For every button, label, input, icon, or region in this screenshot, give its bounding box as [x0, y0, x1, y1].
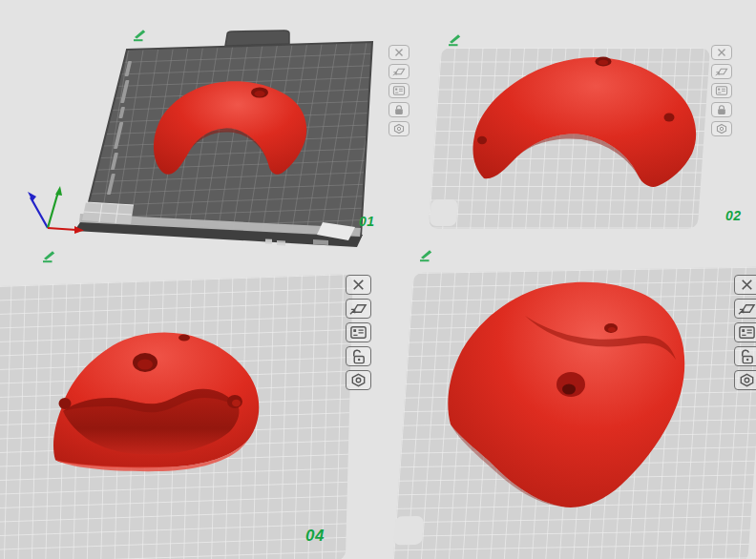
- model-crescent-hold[interactable]: [48, 329, 267, 472]
- z-axis-blue: [31, 197, 48, 228]
- close-icon[interactable]: [388, 45, 410, 60]
- viewport-label: 02: [725, 208, 742, 223]
- object-settings-icon[interactable]: [734, 322, 756, 342]
- viewport-label: 01: [359, 214, 375, 229]
- plate-origin-cells: [82, 202, 134, 224]
- plate-front-logo: [265, 222, 355, 246]
- lock-icon[interactable]: [388, 102, 410, 117]
- model-arch-hold-02[interactable]: [463, 52, 706, 191]
- plate-front-lip: [74, 219, 363, 247]
- mirror-icon[interactable]: [346, 299, 371, 319]
- x-axis-red: [48, 228, 76, 230]
- plate-origin-corner: [430, 199, 458, 226]
- close-icon[interactable]: [346, 275, 371, 295]
- screw-hole: [178, 335, 190, 342]
- viewport-toolbar: [734, 275, 756, 390]
- axes-widget: [21, 184, 92, 238]
- lock-icon[interactable]: [734, 346, 756, 366]
- lock-icon[interactable]: [711, 102, 732, 117]
- mirror-icon[interactable]: [711, 64, 732, 79]
- plate-branding-marks: [97, 61, 141, 195]
- model-arch-hold-01[interactable]: [151, 76, 313, 181]
- y-axis-green: [48, 192, 58, 228]
- nut-icon[interactable]: [346, 370, 371, 390]
- plate-origin-corner: [393, 516, 424, 546]
- close-icon[interactable]: [734, 275, 756, 295]
- screw-hole: [664, 114, 675, 122]
- object-settings-icon[interactable]: [711, 83, 732, 98]
- plate-ruler-strip: [79, 214, 361, 237]
- screw-hole: [59, 398, 72, 409]
- viewport-toolbar: [346, 275, 371, 390]
- object-settings-icon[interactable]: [388, 83, 410, 98]
- viewport-toolbar: [388, 45, 410, 136]
- bolt-hole: [562, 384, 576, 395]
- model-boulder-hold[interactable]: [441, 280, 713, 518]
- slicer-grid-page: 01: [0, 0, 756, 559]
- nut-icon[interactable]: [734, 370, 756, 390]
- nut-icon[interactable]: [711, 121, 732, 136]
- viewport-toolbar: [711, 45, 732, 136]
- close-icon[interactable]: [711, 45, 732, 60]
- mirror-icon[interactable]: [734, 299, 756, 319]
- pencil-edit-icon[interactable]: [417, 247, 434, 262]
- lock-icon[interactable]: [346, 346, 371, 366]
- object-settings-icon[interactable]: [346, 322, 371, 342]
- pencil-edit-icon[interactable]: [446, 31, 463, 47]
- viewport-label: 04: [305, 527, 325, 546]
- pencil-edit-icon[interactable]: [40, 248, 57, 263]
- mirror-icon[interactable]: [388, 64, 410, 79]
- plate-handle: [225, 31, 289, 46]
- nut-icon[interactable]: [388, 121, 410, 136]
- screw-hole: [477, 136, 487, 144]
- pencil-edit-icon[interactable]: [131, 27, 148, 42]
